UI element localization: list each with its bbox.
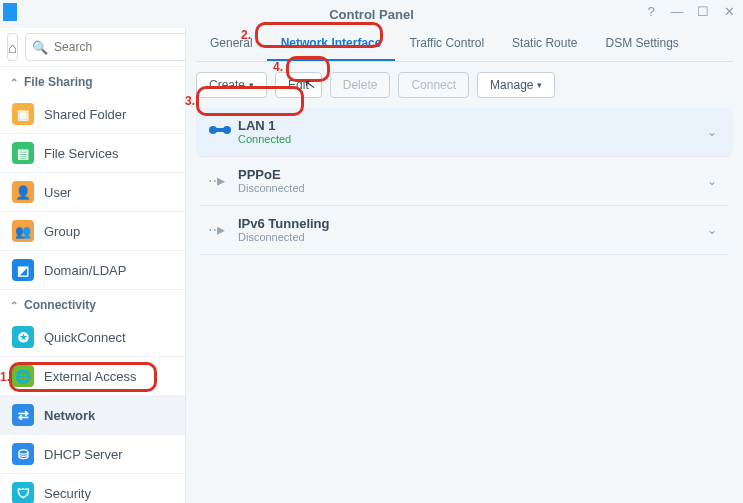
maximize-icon[interactable]: ☐ xyxy=(695,4,711,19)
sidebar-item-group[interactable]: 👥 Group xyxy=(0,212,185,251)
home-button[interactable]: ⌂ xyxy=(7,33,18,61)
chevron-up-icon: ⌃ xyxy=(10,77,18,88)
window-title: Control Panel xyxy=(329,7,414,22)
tab-dsm-settings[interactable]: DSM Settings xyxy=(591,30,692,61)
interface-status: Connected xyxy=(238,133,703,145)
interface-list: LAN 1 Connected ⌄ ··▸ PPPoE Disconnected… xyxy=(196,108,733,255)
button-label: Manage xyxy=(490,78,533,92)
sidebar-item-label: DHCP Server xyxy=(44,447,123,462)
tab-bar: General Network Interface Traffic Contro… xyxy=(196,30,733,62)
chevron-up-icon: ⌃ xyxy=(10,300,18,311)
quickconnect-icon: ✪ xyxy=(12,326,34,348)
tab-network-interface[interactable]: Network Interface xyxy=(267,30,396,61)
sidebar-item-label: Security xyxy=(44,486,91,501)
button-label: Create xyxy=(209,78,245,92)
section-label: Connectivity xyxy=(24,298,96,312)
folder-icon: ▣ xyxy=(12,103,34,125)
app-icon xyxy=(3,3,17,21)
main-panel: General Network Interface Traffic Contro… xyxy=(186,28,743,503)
delete-button: Delete xyxy=(330,72,391,98)
sidebar-item-label: File Services xyxy=(44,146,118,161)
chevron-down-icon[interactable]: ⌄ xyxy=(703,223,721,237)
interface-name: LAN 1 xyxy=(238,118,703,133)
interface-ipv6-tunneling[interactable]: ··▸ IPv6 Tunneling Disconnected ⌄ xyxy=(196,206,733,254)
minimize-icon[interactable]: — xyxy=(669,4,685,19)
sidebar: ⌂ 🔍 ⌃ File Sharing ▣ Shared Folder ▤ Fil… xyxy=(0,28,186,503)
interface-name: PPPoE xyxy=(238,167,703,182)
search-input[interactable] xyxy=(54,40,186,54)
section-file-sharing[interactable]: ⌃ File Sharing xyxy=(0,67,185,95)
search-icon: 🔍 xyxy=(32,40,48,55)
help-icon[interactable]: ? xyxy=(643,4,659,19)
create-button[interactable]: Create ▾ xyxy=(196,72,267,98)
sidebar-item-label: Domain/LDAP xyxy=(44,263,126,278)
connect-button: Connect xyxy=(398,72,469,98)
sidebar-item-quickconnect[interactable]: ✪ QuickConnect xyxy=(0,318,185,357)
interface-status: Disconnected xyxy=(238,231,703,243)
sidebar-item-label: Network xyxy=(44,408,95,423)
section-label: File Sharing xyxy=(24,75,93,89)
svg-rect-2 xyxy=(213,128,227,132)
chevron-down-icon: ▾ xyxy=(537,80,542,90)
close-icon[interactable]: ✕ xyxy=(721,4,737,19)
sidebar-item-domain-ldap[interactable]: ◩ Domain/LDAP xyxy=(0,251,185,290)
section-connectivity[interactable]: ⌃ Connectivity xyxy=(0,290,185,318)
lan-icon xyxy=(208,123,238,141)
interface-name: IPv6 Tunneling xyxy=(238,216,703,231)
pppoe-icon: ··▸ xyxy=(208,171,238,190)
sidebar-item-security[interactable]: 🛡 Security xyxy=(0,474,185,503)
tab-traffic-control[interactable]: Traffic Control xyxy=(395,30,498,61)
sidebar-item-user[interactable]: 👤 User xyxy=(0,173,185,212)
shield-icon: 🛡 xyxy=(12,482,34,503)
files-icon: ▤ xyxy=(12,142,34,164)
home-icon: ⌂ xyxy=(8,39,17,56)
sidebar-item-external-access[interactable]: 🌐 External Access xyxy=(0,357,185,396)
globe-icon: 🌐 xyxy=(12,365,34,387)
sidebar-item-label: User xyxy=(44,185,71,200)
sidebar-item-label: External Access xyxy=(44,369,137,384)
sidebar-item-dhcp-server[interactable]: ⛁ DHCP Server xyxy=(0,435,185,474)
domain-icon: ◩ xyxy=(12,259,34,281)
interface-status: Disconnected xyxy=(238,182,703,194)
sidebar-item-file-services[interactable]: ▤ File Services xyxy=(0,134,185,173)
tunnel-icon: ··▸ xyxy=(208,220,238,239)
dhcp-icon: ⛁ xyxy=(12,443,34,465)
group-icon: 👥 xyxy=(12,220,34,242)
manage-button[interactable]: Manage ▾ xyxy=(477,72,555,98)
sidebar-item-network[interactable]: ⇄ Network xyxy=(0,396,185,435)
sidebar-item-label: Shared Folder xyxy=(44,107,126,122)
divider xyxy=(200,254,729,255)
user-icon: 👤 xyxy=(12,181,34,203)
chevron-down-icon[interactable]: ⌄ xyxy=(703,174,721,188)
edit-button[interactable]: Edit xyxy=(275,72,322,98)
tab-general[interactable]: General xyxy=(196,30,267,61)
chevron-down-icon: ▾ xyxy=(249,80,254,90)
interface-pppoe[interactable]: ··▸ PPPoE Disconnected ⌄ xyxy=(196,157,733,205)
title-bar: Control Panel ? — ☐ ✕ xyxy=(0,0,743,28)
sidebar-item-label: Group xyxy=(44,224,80,239)
network-icon: ⇄ xyxy=(12,404,34,426)
search-input-wrap[interactable]: 🔍 xyxy=(25,33,186,61)
toolbar: Create ▾ Edit Delete Connect Manage ▾ xyxy=(196,62,733,108)
chevron-down-icon[interactable]: ⌄ xyxy=(703,125,721,139)
tab-static-route[interactable]: Static Route xyxy=(498,30,591,61)
interface-lan1[interactable]: LAN 1 Connected ⌄ xyxy=(196,108,733,156)
sidebar-item-label: QuickConnect xyxy=(44,330,126,345)
sidebar-item-shared-folder[interactable]: ▣ Shared Folder xyxy=(0,95,185,134)
